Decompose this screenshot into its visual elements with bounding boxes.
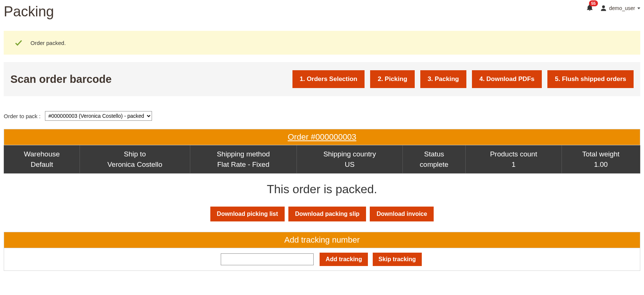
success-message: Order packed. [4, 31, 640, 55]
products-count-label: Products count [469, 149, 559, 159]
status-cell: Status complete [403, 145, 466, 174]
total-weight-value: 1.00 [565, 159, 637, 170]
step-picking-button[interactable]: 2. Picking [370, 70, 414, 88]
order-header-row: Order #000000003 [4, 129, 640, 145]
warehouse-label: Warehouse [7, 149, 77, 159]
download-picking-list-button[interactable]: Download picking list [210, 207, 285, 221]
status-value: complete [406, 159, 462, 170]
download-buttons-row: Download picking list Download packing s… [4, 207, 640, 221]
step-packing-button[interactable]: 3. Packing [420, 70, 466, 88]
status-label: Status [406, 149, 462, 159]
warehouse-value: Default [7, 159, 77, 170]
ship-to-cell: Ship to Veronica Costello [80, 145, 190, 174]
ship-to-label: Ship to [83, 149, 187, 159]
username-label: demo_user [609, 5, 635, 11]
order-link[interactable]: Order #000000003 [288, 132, 356, 142]
success-message-text: Order packed. [30, 40, 66, 46]
order-to-pack-label: Order to pack : [4, 113, 41, 119]
skip-tracking-button[interactable]: Skip tracking [373, 253, 422, 266]
tracking-body-row: Add tracking Skip tracking [4, 248, 640, 271]
shipping-method-cell: Shipping method Flat Rate - Fixed [190, 145, 297, 174]
tracking-header-label: Add tracking number [4, 232, 640, 248]
download-packing-slip-button[interactable]: Download packing slip [288, 207, 366, 221]
step-buttons: 1. Orders Selection 2. Picking 3. Packin… [292, 70, 634, 88]
shipping-method-label: Shipping method [193, 149, 294, 159]
step-flush-orders-button[interactable]: 5. Flush shipped orders [547, 70, 634, 88]
add-tracking-button[interactable]: Add tracking [320, 253, 368, 266]
shipping-country-label: Shipping country [300, 149, 399, 159]
warehouse-cell: Warehouse Default [4, 145, 80, 174]
user-menu[interactable]: demo_user [600, 5, 640, 12]
top-bar: Packing 55 demo_user [4, 4, 640, 20]
products-count-value: 1 [469, 159, 559, 170]
order-to-pack-row: Order to pack : #000000003 (Veronica Cos… [4, 111, 640, 121]
step-orders-selection-button[interactable]: 1. Orders Selection [292, 70, 365, 88]
total-weight-cell: Total weight 1.00 [562, 145, 640, 174]
ship-to-value: Veronica Costello [83, 159, 187, 170]
notification-count-badge: 55 [589, 0, 598, 6]
check-icon [14, 38, 23, 47]
barcode-panel: Scan order barcode 1. Orders Selection 2… [4, 62, 640, 96]
tracking-table: Add tracking number Add tracking Skip tr… [4, 232, 640, 271]
shipping-method-value: Flat Rate - Fixed [193, 159, 294, 170]
chevron-down-icon [637, 7, 640, 9]
order-info-table: Order #000000003 Warehouse Default Ship … [4, 129, 640, 174]
user-icon [600, 5, 607, 12]
order-info-row: Warehouse Default Ship to Veronica Coste… [4, 145, 640, 174]
user-area: 55 demo_user [586, 4, 640, 13]
packed-status-message: This order is packed. [4, 182, 640, 196]
shipping-country-value: US [300, 159, 399, 170]
download-invoice-button[interactable]: Download invoice [370, 207, 434, 221]
page-title: Packing [4, 4, 54, 20]
total-weight-label: Total weight [565, 149, 637, 159]
order-select[interactable]: #000000003 (Veronica Costello) - packed [45, 111, 152, 121]
shipping-country-cell: Shipping country US [297, 145, 402, 174]
notifications-button[interactable]: 55 [586, 4, 593, 13]
products-count-cell: Products count 1 [466, 145, 562, 174]
barcode-panel-title: Scan order barcode [10, 73, 111, 85]
tracking-header-row: Add tracking number [4, 232, 640, 248]
tracking-number-input[interactable] [221, 253, 314, 265]
step-download-pdfs-button[interactable]: 4. Download PDFs [472, 70, 542, 88]
